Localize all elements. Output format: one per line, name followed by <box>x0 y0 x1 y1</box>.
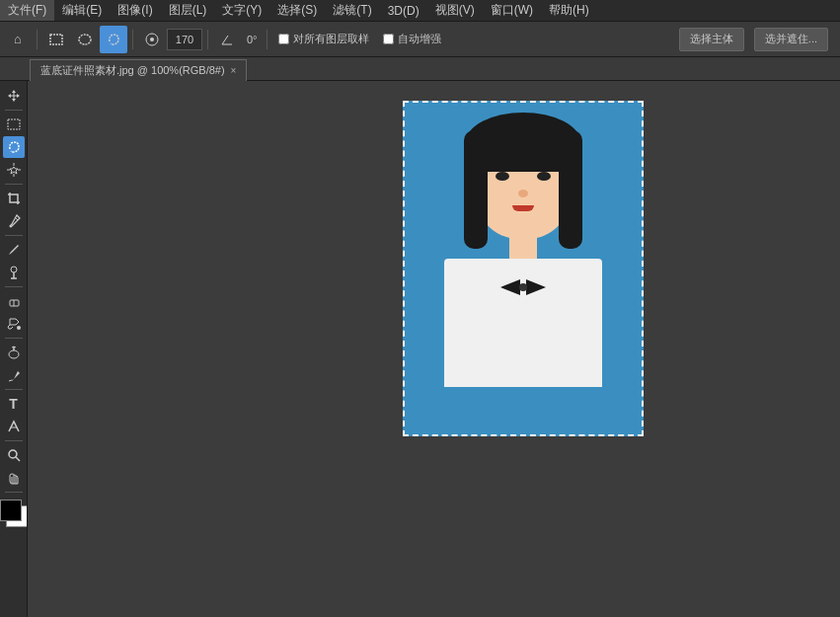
dodge-button[interactable] <box>3 342 25 363</box>
angle-button[interactable] <box>213 26 241 53</box>
brush-button[interactable] <box>3 239 25 261</box>
body <box>444 259 602 387</box>
path-selection-icon <box>6 419 22 434</box>
document-tab[interactable]: 蓝底证件照素材.jpg @ 100%(RGB/8#) × <box>30 59 247 81</box>
toolbar-separator-4 <box>267 30 267 49</box>
photo-canvas <box>403 101 644 436</box>
crop-button[interactable] <box>3 188 25 209</box>
eraser-button[interactable] <box>3 290 25 312</box>
move-icon <box>6 88 22 104</box>
svg-line-5 <box>222 36 228 44</box>
document-container <box>403 101 644 436</box>
toolbar-separator-2 <box>132 30 133 49</box>
path-selection-button[interactable] <box>3 416 25 437</box>
ellipse-marquee-icon <box>77 32 93 47</box>
nose <box>518 190 528 197</box>
lt-sep-7 <box>5 440 23 441</box>
lt-rect-marquee-button[interactable] <box>3 114 25 135</box>
brush-size-icon <box>142 30 162 49</box>
hair-right <box>559 130 582 249</box>
select-and-mask-button[interactable]: 选并遮住... <box>754 28 828 51</box>
lt-lasso-button[interactable] <box>3 136 25 158</box>
menu-filter[interactable]: 滤镜(T) <box>325 0 379 21</box>
brush-icon <box>6 242 22 258</box>
menu-type[interactable]: 文字(Y) <box>214 0 269 21</box>
lt-sep-2 <box>5 184 23 185</box>
svg-point-3 <box>150 38 154 41</box>
toolbar-separator-3 <box>207 30 208 49</box>
lt-sep-4 <box>5 286 23 287</box>
svg-point-20 <box>9 450 17 458</box>
angle-icon <box>218 31 236 48</box>
svg-point-1 <box>79 35 91 44</box>
svg-line-18 <box>9 380 12 381</box>
tab-bar: 蓝底证件照素材.jpg @ 100%(RGB/8#) × <box>0 57 840 81</box>
home-button[interactable]: ⌂ <box>4 26 32 53</box>
menu-layer[interactable]: 图层(L) <box>161 0 215 21</box>
toolbar-separator-1 <box>37 30 38 49</box>
zoom-button[interactable] <box>3 444 25 466</box>
bow-left <box>500 279 520 295</box>
svg-marker-11 <box>10 167 18 174</box>
hair-left <box>464 130 488 249</box>
menu-edit[interactable]: 编辑(E) <box>54 0 110 21</box>
type-button[interactable]: T <box>3 393 25 415</box>
select-subject-button[interactable]: 选择主体 <box>679 28 744 51</box>
move-tool-button[interactable] <box>3 85 25 107</box>
magic-wand-button[interactable] <box>3 159 25 181</box>
ellipse-marquee-button[interactable] <box>71 26 99 53</box>
bow-center <box>519 283 527 291</box>
lt-rect-marquee-icon <box>6 116 22 132</box>
toolbar: ⌂ 170 <box>0 22 840 57</box>
menu-window[interactable]: 窗口(W) <box>483 0 541 21</box>
eyedropper-icon <box>6 213 22 229</box>
menu-3d[interactable]: 3D(D) <box>380 0 427 21</box>
lt-sep-5 <box>5 338 23 339</box>
all-layers-checkbox[interactable] <box>278 34 289 44</box>
zoom-icon <box>6 447 22 463</box>
pen-button[interactable] <box>3 364 25 386</box>
lt-sep-1 <box>5 110 23 111</box>
auto-enhance-checkbox-group: 自动增强 <box>377 32 447 46</box>
angle-value: 0° <box>243 34 262 45</box>
marquee-tool-group <box>42 26 127 53</box>
lasso-button[interactable] <box>100 26 127 53</box>
brush-size-button[interactable] <box>138 26 166 53</box>
svg-rect-6 <box>8 119 20 129</box>
menu-help[interactable]: 帮助(H) <box>541 0 597 21</box>
hand-icon <box>6 470 22 486</box>
main-layout: T <box>0 81 840 617</box>
clone-stamp-button[interactable] <box>3 262 25 283</box>
menu-view[interactable]: 视图(V) <box>427 0 483 21</box>
tab-close-button[interactable]: × <box>231 65 237 76</box>
svg-line-21 <box>16 457 20 461</box>
magic-wand-icon <box>6 162 22 178</box>
canvas-area[interactable] <box>28 81 840 617</box>
paint-bucket-button[interactable] <box>3 313 25 335</box>
menu-file[interactable]: 文件(F) <box>0 0 54 21</box>
lt-sep-8 <box>5 492 23 493</box>
rect-marquee-icon <box>48 32 64 47</box>
home-icon: ⌂ <box>14 33 22 45</box>
bow-right <box>526 279 546 295</box>
menu-select[interactable]: 选择(S) <box>269 0 325 21</box>
rect-marquee-button[interactable] <box>42 26 70 53</box>
eyedropper-button[interactable] <box>3 210 25 232</box>
all-layers-label: 对所有图层取样 <box>293 32 369 46</box>
mouth <box>512 205 534 211</box>
menu-image[interactable]: 图像(I) <box>110 0 160 21</box>
paint-bucket-icon <box>6 316 22 332</box>
left-toolbar: T <box>0 81 28 617</box>
auto-enhance-checkbox[interactable] <box>383 34 394 44</box>
lasso-icon <box>106 32 121 47</box>
brush-size-value: 170 <box>167 29 202 50</box>
left-eyebrow <box>494 164 509 168</box>
bow-tie <box>500 276 546 298</box>
svg-point-16 <box>17 326 21 330</box>
hand-button[interactable] <box>3 467 25 489</box>
foreground-color-swatch[interactable] <box>0 500 22 521</box>
person-head <box>474 130 573 239</box>
eraser-icon <box>6 293 22 309</box>
auto-enhance-label: 自动增强 <box>398 32 441 46</box>
svg-point-17 <box>9 350 19 358</box>
